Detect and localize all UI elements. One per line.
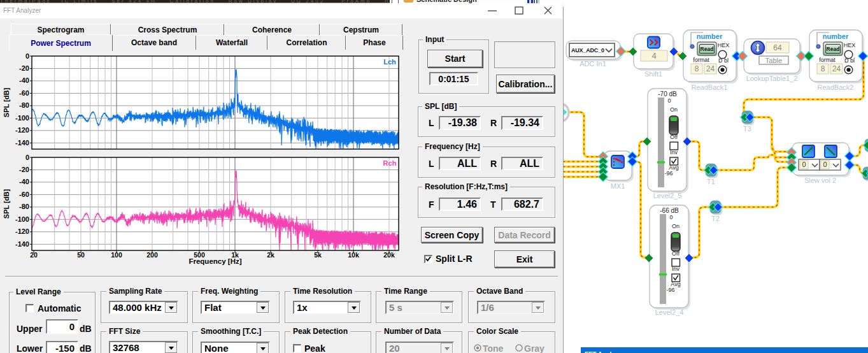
svg-text:-96: -96 — [664, 170, 672, 176]
svg-text:MX1: MX1 — [611, 182, 625, 190]
svg-text:-96: -96 — [666, 287, 674, 293]
svg-text:HEX: HEX — [844, 42, 856, 48]
svg-text:format: format — [819, 57, 836, 63]
svg-text:-66 dB: -66 dB — [660, 207, 679, 214]
svg-text:24: 24 — [832, 64, 841, 73]
svg-text:AUX_ADC_0: AUX_ADC_0 — [571, 47, 604, 54]
svg-text:Read: Read — [827, 46, 840, 52]
svg-text:Level2_5: Level2_5 — [653, 192, 682, 199]
svg-text:8: 8 — [821, 64, 825, 73]
svg-text:ReadBack1: ReadBack1 — [692, 83, 728, 91]
svg-text:D bl: D bl — [718, 57, 729, 64]
svg-text:Shift1: Shift1 — [644, 70, 662, 78]
svg-text:On: On — [670, 106, 678, 113]
svg-text:0: 0 — [669, 214, 672, 220]
svg-text:ADC In1: ADC In1 — [580, 60, 606, 68]
svg-text:8: 8 — [695, 64, 699, 73]
svg-text:Inv: Inv — [672, 266, 680, 272]
svg-text:Table: Table — [765, 57, 782, 64]
svg-text:number: number — [697, 32, 723, 40]
svg-text:24: 24 — [706, 64, 715, 73]
svg-text:64: 64 — [773, 43, 782, 52]
svg-text:D bl: D bl — [844, 57, 855, 64]
svg-text:On: On — [672, 223, 679, 229]
svg-text:ReadBack2: ReadBack2 — [818, 83, 854, 91]
svg-text:format: format — [693, 57, 709, 63]
svg-text:-70 dB: -70 dB — [658, 90, 677, 97]
svg-text:Read: Read — [701, 46, 714, 52]
svg-text:HEX: HEX — [718, 42, 730, 48]
svg-text:T3: T3 — [743, 125, 751, 133]
svg-text:0: 0 — [823, 161, 827, 168]
svg-text:Off: Off — [670, 134, 678, 140]
svg-text:0: 0 — [802, 161, 806, 168]
svg-text:0: 0 — [667, 97, 671, 104]
svg-text:LookupTable1_2: LookupTable1_2 — [746, 75, 798, 82]
svg-text:Inv: Inv — [670, 149, 678, 155]
svg-text:T1: T1 — [707, 178, 715, 185]
svg-text:number: number — [823, 32, 849, 40]
svg-text:T2: T2 — [711, 215, 720, 222]
svg-text:Slew vol 2: Slew vol 2 — [804, 176, 836, 184]
svg-text:Off: Off — [672, 250, 679, 257]
svg-text:4: 4 — [651, 51, 656, 61]
svg-text:Level2_4: Level2_4 — [655, 308, 684, 316]
